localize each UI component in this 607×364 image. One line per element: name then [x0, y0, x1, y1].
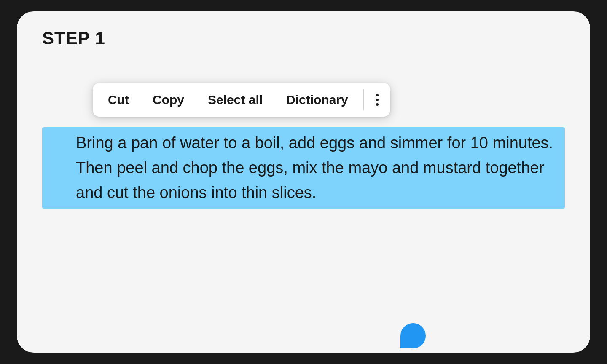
- dictionary-button[interactable]: Dictionary: [274, 83, 360, 117]
- menu-divider: [363, 89, 364, 110]
- more-dots-icon: [376, 94, 379, 106]
- selected-text-area: Bring a pan of water to a boil, add eggs…: [42, 127, 565, 336]
- phone-container: STEP 1 Cut Copy Select all Dictionary Br…: [17, 11, 590, 353]
- more-button[interactable]: [368, 83, 387, 117]
- cut-button[interactable]: Cut: [96, 83, 141, 117]
- selection-handle-right[interactable]: [400, 323, 426, 348]
- select-all-button[interactable]: Select all: [196, 83, 274, 117]
- copy-button[interactable]: Copy: [141, 83, 196, 117]
- selected-text[interactable]: Bring a pan of water to a boil, add eggs…: [42, 127, 565, 209]
- step-label: STEP 1: [42, 28, 565, 48]
- context-menu: Cut Copy Select all Dictionary: [93, 83, 390, 117]
